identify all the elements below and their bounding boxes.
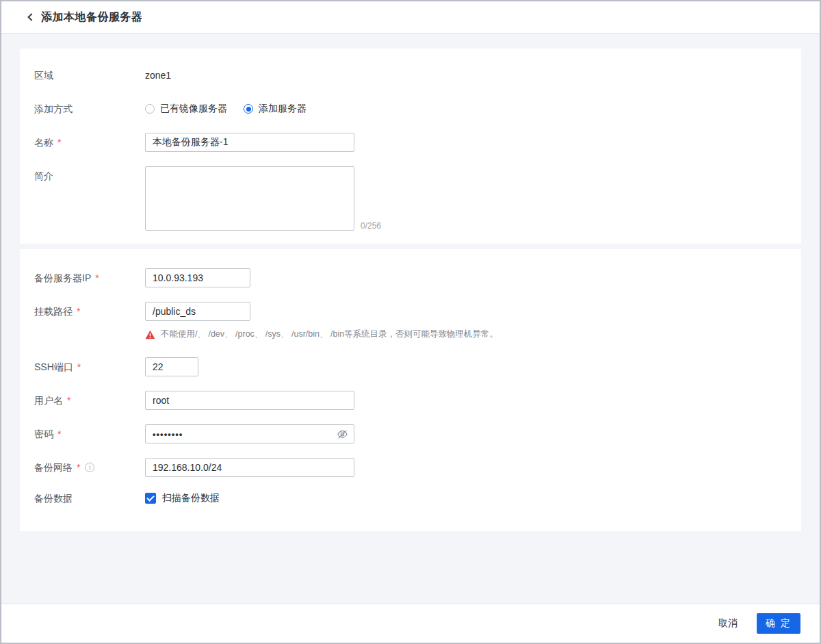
char-counter: 0/256 [361,221,381,231]
password-input[interactable] [145,424,354,443]
mount-path-input[interactable] [145,302,250,321]
mount-path-row: 挂载路径 * [34,302,787,321]
chevron-left-icon [27,13,35,21]
radio-unselected-icon [145,104,155,114]
page: 添加本地备份服务器 区域 zone1 添加方式 已有镜 [0,0,821,644]
backup-data-label: 备份数据 [34,491,145,505]
server-ip-input[interactable] [145,268,250,287]
required-asterisk: * [77,302,80,321]
password-label: 密码 * [34,424,145,443]
radio-selected-icon [244,104,253,114]
content: 区域 zone1 添加方式 已有镜像服务器 添加服务器 [1,34,820,604]
backup-network-row: 备份网络 * i [34,458,787,477]
required-asterisk: * [67,391,70,410]
zone-row: 区域 zone1 [34,66,787,85]
description-textarea[interactable] [145,166,354,231]
name-row: 名称 * [34,133,787,152]
backup-network-input[interactable] [145,458,354,477]
mount-path-warning: 不能使用/、 /dev、 /proc、 /sys、 /usr/bin、 /bin… [145,329,787,340]
username-row: 用户名 * [34,391,787,410]
name-input[interactable] [145,133,354,152]
zone-value: zone1 [145,66,171,85]
back-button[interactable] [25,12,36,23]
zone-label: 区域 [34,66,145,85]
required-asterisk: * [77,357,81,376]
checkbox-checked-icon [145,493,156,504]
toggle-password-visibility-button[interactable] [336,428,348,440]
password-row: 密码 * [34,424,787,443]
radio-add-server[interactable]: 添加服务器 [244,103,307,115]
page-header: 添加本地备份服务器 [1,1,820,34]
cancel-button[interactable]: 取消 [717,615,739,632]
info-icon[interactable]: i [85,463,94,472]
ssh-port-label: SSH端口 * [34,357,145,376]
backup-data-row: 备份数据 扫描备份数据 [34,491,787,505]
warning-text: 不能使用/、 /dev、 /proc、 /sys、 /usr/bin、 /bin… [161,329,498,340]
page-title: 添加本地备份服务器 [41,10,143,25]
card-basic-info: 区域 zone1 添加方式 已有镜像服务器 添加服务器 [20,49,801,244]
description-row: 简介 0/256 [34,166,787,231]
scan-backup-data-checkbox[interactable]: 扫描备份数据 [145,491,220,505]
server-ip-label: 备份服务器IP * [34,268,145,287]
username-label: 用户名 * [34,391,145,410]
required-asterisk: * [57,133,61,152]
mount-path-label: 挂载路径 * [34,302,145,321]
backup-network-label: 备份网络 * i [34,458,145,477]
required-asterisk: * [95,268,99,287]
required-asterisk: * [77,458,80,477]
eye-off-icon [337,428,348,440]
radio-existing-image-server[interactable]: 已有镜像服务器 [145,103,227,115]
server-ip-row: 备份服务器IP * [34,268,787,287]
footer-action-bar: 取消 确 定 [1,604,820,643]
warning-icon [145,330,155,339]
required-asterisk: * [57,424,61,443]
card-server-config: 备份服务器IP * 挂载路径 * [20,249,801,531]
add-mode-label: 添加方式 [34,99,145,118]
description-label: 简介 [34,166,145,185]
ssh-port-row: SSH端口 * [34,357,787,376]
username-input[interactable] [145,391,354,410]
confirm-button[interactable]: 确 定 [757,613,800,634]
add-mode-radio-group: 已有镜像服务器 添加服务器 [145,99,307,118]
add-mode-row: 添加方式 已有镜像服务器 添加服务器 [34,99,787,118]
name-label: 名称 * [34,133,145,152]
ssh-port-input[interactable] [145,357,198,376]
